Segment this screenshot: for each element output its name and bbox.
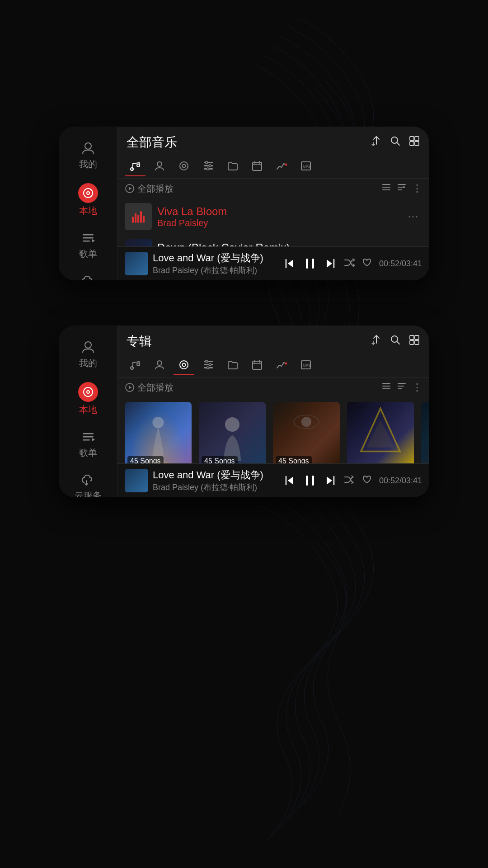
tab-folder-2[interactable] bbox=[222, 355, 243, 375]
album-cover-3: 45 Songs bbox=[273, 402, 340, 463]
tab-chart-1[interactable] bbox=[271, 156, 292, 176]
tab-music-1[interactable] bbox=[125, 156, 145, 176]
svg-point-0 bbox=[85, 143, 91, 149]
play-all-button-1[interactable]: 全部播放 bbox=[125, 183, 174, 195]
shuffle-button-1[interactable] bbox=[343, 256, 355, 271]
sidebar-item-local[interactable]: 本地 bbox=[59, 179, 117, 222]
more-icon-2[interactable]: ⋮ bbox=[412, 382, 422, 393]
svg-point-21 bbox=[207, 168, 209, 170]
list-icon-2[interactable] bbox=[381, 381, 391, 394]
tab-calendar-1[interactable] bbox=[247, 156, 267, 176]
album-songs-3: 45 Songs bbox=[276, 456, 312, 463]
screen-2: 我的 本地 歌单 bbox=[59, 326, 429, 497]
svg-rect-78 bbox=[312, 476, 314, 486]
album-songs-2: 45 Songs bbox=[202, 456, 238, 463]
now-playing-bar-2: Love and War (爱与战争) Brad Paisley (布拉德·帕斯… bbox=[117, 463, 429, 497]
album-card-4[interactable]: 专辑名称 歌手名称 bbox=[347, 402, 414, 459]
svg-rect-58 bbox=[253, 361, 262, 369]
svg-point-13 bbox=[157, 162, 162, 166]
favorite-button-1[interactable] bbox=[361, 256, 373, 271]
tab-person-1[interactable] bbox=[149, 156, 170, 176]
tab-music-2[interactable] bbox=[125, 355, 145, 375]
sidebar-item-local-2[interactable]: 本地 bbox=[59, 377, 117, 420]
song-more-1[interactable]: ⋯ bbox=[404, 208, 422, 225]
song-item-1[interactable]: Viva La Bloom Brad Paisley ⋯ bbox=[117, 198, 429, 235]
equalizer-bars bbox=[132, 210, 145, 223]
tab-eq-1[interactable] bbox=[198, 156, 219, 176]
album-card-3[interactable]: 45 Songs 专辑名称 歌手名称 bbox=[273, 402, 340, 459]
filter-icon-2[interactable] bbox=[397, 381, 407, 394]
sidebar-item-my[interactable]: 我的 bbox=[59, 136, 117, 175]
header-2: 专辑 bbox=[117, 326, 429, 354]
toolbar-2: 全部播放 ⋮ bbox=[117, 377, 429, 397]
svg-point-70 bbox=[152, 417, 164, 428]
prev-button-2[interactable] bbox=[283, 474, 296, 487]
np-artist-1: Brad Paisley (布拉德·帕斯利) bbox=[153, 265, 279, 276]
next-button-2[interactable] bbox=[324, 474, 337, 487]
song-thumb-2 bbox=[125, 239, 152, 246]
header-actions-1 bbox=[371, 135, 420, 150]
toolbar-1: 全部播放 bbox=[117, 179, 429, 198]
svg-rect-5 bbox=[83, 241, 90, 242]
sidebar-label-my-2: 我的 bbox=[79, 357, 97, 369]
svg-rect-34 bbox=[306, 259, 308, 269]
grid-icon-1[interactable] bbox=[408, 135, 420, 150]
sidebar-label-playlist: 歌单 bbox=[79, 248, 97, 260]
song-item-2[interactable]: Down (Black Caviar Remix) Marian Hill ⋯ bbox=[117, 235, 429, 246]
np-title-1: Love and War (爱与战争) bbox=[153, 251, 279, 265]
svg-point-33 bbox=[403, 186, 405, 188]
sidebar-item-cloud[interactable]: 云服务 bbox=[59, 268, 117, 280]
sort-icon-2[interactable] bbox=[371, 334, 382, 349]
tab-mp3-2[interactable]: MP3 bbox=[296, 355, 316, 375]
shuffle-button-2[interactable] bbox=[343, 473, 355, 488]
sidebar-item-playlist[interactable]: 歌单 bbox=[59, 225, 117, 264]
tab-folder-1[interactable] bbox=[222, 156, 243, 176]
sidebar-item-cloud-2[interactable]: 云服务 bbox=[59, 467, 117, 497]
tab-mp3-1[interactable]: MP3 bbox=[296, 156, 316, 176]
sidebar-item-playlist-2[interactable]: 歌单 bbox=[59, 424, 117, 463]
tab-chart-2[interactable] bbox=[271, 355, 292, 375]
sidebar-item-my-2[interactable]: 我的 bbox=[59, 335, 117, 374]
main-content-1: 全部音乐 bbox=[117, 127, 429, 280]
svg-point-50 bbox=[180, 361, 188, 369]
tab-record-2[interactable] bbox=[174, 355, 194, 375]
list-icon-1[interactable] bbox=[381, 182, 391, 195]
search-icon-1[interactable] bbox=[389, 135, 401, 150]
tab-record-1[interactable] bbox=[174, 156, 194, 176]
svg-rect-28 bbox=[382, 187, 390, 188]
svg-point-12 bbox=[137, 164, 140, 167]
svg-point-11 bbox=[131, 168, 133, 170]
next-button-1[interactable] bbox=[324, 257, 337, 270]
header-1: 全部音乐 bbox=[117, 127, 429, 155]
pause-button-2[interactable] bbox=[302, 473, 318, 488]
svg-point-47 bbox=[131, 367, 133, 369]
album-card-1[interactable]: 45 Songs 专辑名称 歌手名称 bbox=[125, 402, 192, 459]
search-icon-2[interactable] bbox=[389, 334, 401, 349]
svg-point-49 bbox=[157, 361, 162, 365]
tab-person-2[interactable] bbox=[149, 355, 170, 375]
svg-rect-31 bbox=[398, 187, 404, 188]
sort-icon-1[interactable] bbox=[371, 135, 382, 150]
sidebar-2: 我的 本地 歌单 bbox=[59, 326, 117, 497]
grid-icon-2[interactable] bbox=[408, 334, 420, 349]
pause-button-1[interactable] bbox=[302, 256, 318, 271]
tab-bar-1: MP3 bbox=[117, 155, 429, 179]
favorite-button-2[interactable] bbox=[361, 473, 373, 488]
filter-icon-1[interactable] bbox=[397, 182, 407, 195]
play-all-button-2[interactable]: 全部播放 bbox=[125, 382, 174, 394]
svg-rect-32 bbox=[398, 189, 402, 190]
svg-rect-27 bbox=[382, 184, 390, 185]
svg-rect-7 bbox=[410, 137, 414, 141]
album-cover-4 bbox=[347, 402, 414, 463]
svg-point-71 bbox=[225, 417, 239, 432]
album-songs-1: 45 Songs bbox=[127, 456, 164, 463]
svg-rect-40 bbox=[83, 436, 94, 438]
tab-eq-2[interactable] bbox=[198, 355, 219, 375]
playback-time-2: 00:52/03:41 bbox=[379, 476, 422, 486]
album-card-2[interactable]: 45 Songs 专辑名称 歌手 bbox=[199, 402, 266, 459]
more-icon-1[interactable]: ⋮ bbox=[412, 183, 422, 194]
album-card-5[interactable]: 专辑名称 歌手 bbox=[421, 402, 429, 459]
playback-time-1: 00:52/03:41 bbox=[379, 259, 422, 269]
prev-button-1[interactable] bbox=[283, 257, 296, 270]
tab-calendar-2[interactable] bbox=[247, 355, 267, 375]
